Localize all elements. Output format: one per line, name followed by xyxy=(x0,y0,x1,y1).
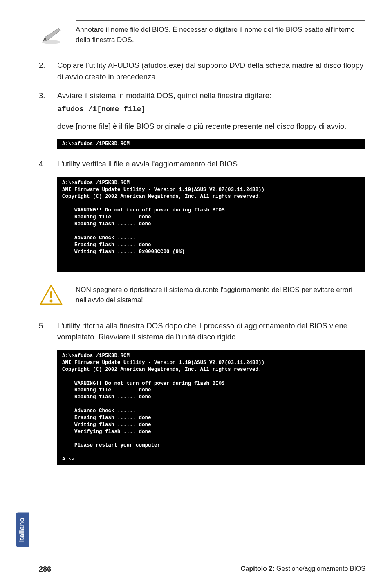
svg-rect-4 xyxy=(50,291,52,298)
pencil-icon xyxy=(39,25,63,45)
note-text: Annotare il nome file del BIOS. È necess… xyxy=(76,25,365,45)
step-number: 4. xyxy=(39,158,47,170)
warning-box: NON spegnere o ripristinare il sistema d… xyxy=(39,281,365,310)
chapter-title: Capitolo 2: Gestione/aggiornamento BIOS xyxy=(241,565,365,574)
warning-divider: NON spegnere o ripristinare il sistema d… xyxy=(76,281,365,310)
inline-code: afudos /i[nome file] xyxy=(57,104,365,115)
terminal-output-2: A:\>afudos /iP5K3D.ROM AMI Firmware Upda… xyxy=(57,177,365,272)
warning-text: NON spegnere o ripristinare il sistema d… xyxy=(76,285,365,305)
page-number: 286 xyxy=(39,565,51,574)
terminal-output-1: A:\>afudos /iP5K3D.ROM xyxy=(57,139,365,149)
page-footer: 286 Capitolo 2: Gestione/aggiornamento B… xyxy=(39,562,365,574)
language-tab: Italiano xyxy=(16,513,29,547)
step-4: 4. L'utility verifica il file e avvia l'… xyxy=(39,158,365,170)
step-2: 2. Copiare l'utility AFUDOS (afudos.exe)… xyxy=(39,60,365,83)
step-3: 3. Avviare il sistema in modalità DOS, q… xyxy=(39,90,365,115)
svg-point-5 xyxy=(50,300,53,303)
note-divider: Annotare il nome file del BIOS. È necess… xyxy=(76,20,365,49)
step-3-para: dove [nome file] è il file BIOS original… xyxy=(57,121,365,132)
step-number: 2. xyxy=(39,60,47,83)
step-number: 3. xyxy=(39,90,47,115)
step-text: Copiare l'utility AFUDOS (afudos.exe) da… xyxy=(57,60,365,83)
step-5: 5. L'utility ritorna alla finestra DOS d… xyxy=(39,320,365,343)
note-box-bios-name: Annotare il nome file del BIOS. È necess… xyxy=(39,20,365,49)
step-number: 5. xyxy=(39,320,47,343)
step-text: L'utility verifica il file e avvia l'agg… xyxy=(57,158,365,170)
step-text: L'utility ritorna alla finestra DOS dopo… xyxy=(57,320,365,343)
terminal-output-3: A:\>afudos /iP5K3D.ROM AMI Firmware Upda… xyxy=(57,350,365,465)
step-text: Avviare il sistema in modalità DOS, quin… xyxy=(57,90,365,101)
warning-icon xyxy=(39,284,63,306)
